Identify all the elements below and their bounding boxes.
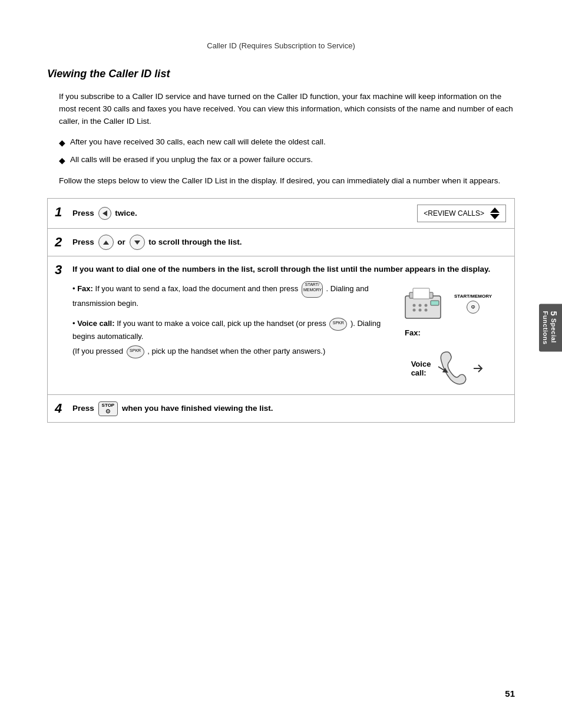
fax-sub-header: Fax: (77, 285, 93, 294)
svg-point-5 (425, 304, 428, 307)
page-header: Caller ID (Requires Subscription to Serv… (47, 41, 515, 50)
fax-sub-bullet: • Fax: If you want to send a fax, load t… (72, 281, 382, 309)
phone-svg (435, 349, 468, 387)
step-3-wrapper: If you want to dial one of the numbers i… (70, 256, 514, 394)
step-1-row: 1 Press twice. <REVIEW CALLS> (48, 199, 514, 229)
down-button-icon (130, 235, 145, 250)
start-memory-key: START/MEMORY (302, 281, 323, 298)
voice-sub-header: Voice call: (77, 319, 114, 328)
review-calls-display: <REVIEW CALLS> (417, 205, 506, 222)
step-1-right: <REVIEW CALLS> (409, 199, 514, 228)
start-memory-btn-icon: Φ (467, 301, 480, 314)
step-4-num: 4 (48, 395, 70, 422)
speaker-key-2: SPKR (127, 345, 144, 358)
step-1-inner: Press twice. (72, 207, 137, 220)
voice-row: Voicecall: (411, 349, 484, 387)
side-tab-number: 5 (549, 311, 559, 316)
step-2-row: 2 Press or to (48, 229, 514, 256)
page-number: 51 (505, 689, 515, 699)
review-calls-text: <REVIEW CALLS> (424, 209, 484, 218)
voice-extra-text: (If you pressed SPKR , pick up the hands… (72, 345, 382, 358)
stop-label: STOP (102, 403, 115, 409)
step-3-row: 3 If you want to dial one of the numbers… (48, 256, 514, 395)
step-2-num: 2 (48, 229, 70, 256)
step-4-row: 4 Press STOP ⊙ when you have finished vi… (48, 395, 514, 422)
step-3-img-col: START/MEMORY Φ Fax: (388, 281, 506, 387)
voice-sub-bullet: • Voice call: If you want to make a voic… (72, 318, 382, 342)
follow-text: Follow the steps below to view the Calle… (59, 175, 515, 187)
svg-point-7 (419, 309, 422, 312)
start-memory-label: START/MEMORY (454, 294, 492, 299)
svg-point-6 (413, 309, 416, 312)
start-memory-col: START/MEMORY Φ (454, 294, 492, 314)
phi-symbol: Φ (471, 304, 475, 310)
bullet-diamond-2: ◆ (59, 155, 65, 167)
step-2-content: Press or to scroll through the list. (70, 229, 514, 256)
voice-illustration: Voicecall: (411, 349, 484, 387)
section-title: Viewing the Caller ID list (47, 68, 515, 80)
fax-machine-svg (402, 284, 449, 322)
bullet-diamond-1: ◆ (59, 137, 65, 149)
step-1-press-label: Press (72, 207, 94, 219)
step-3-bullets: • Fax: If you want to send a fax, load t… (72, 281, 506, 387)
arrow-svg (472, 363, 483, 374)
step-2-scroll: to scroll through the list. (148, 236, 242, 248)
arrow-down-icon (490, 214, 500, 219)
svg-point-4 (419, 304, 422, 307)
up-button-icon (98, 235, 114, 250)
stop-key: STOP ⊙ (98, 401, 118, 417)
step-4-inner: Press STOP ⊙ when you have finished view… (72, 401, 273, 417)
bullet-text-1: After you have received 30 calls, each n… (70, 136, 326, 148)
step-2-or: or (117, 236, 125, 248)
speaker-key: SPKR (329, 318, 347, 331)
stop-icon-sym: ⊙ (105, 408, 110, 415)
header-title: Caller ID (Requires Subscription to Serv… (207, 41, 355, 50)
step-1-twice-label: twice. (115, 207, 137, 219)
menu-button-icon (98, 207, 111, 220)
voice-sub-text3: (If you pressed (72, 347, 123, 356)
svg-rect-0 (405, 296, 441, 318)
down-arrow-icon (134, 241, 140, 245)
svg-rect-2 (413, 288, 429, 299)
step-3-main-text: If you want to dial one of the numbers i… (72, 263, 506, 275)
review-calls-arrows (488, 207, 500, 219)
step-1-num: 1 (48, 199, 70, 228)
step-4-content: Press STOP ⊙ when you have finished view… (70, 395, 514, 422)
voice-sub-text4: , pick up the handset when the other par… (147, 347, 325, 356)
fax-label-row: Fax: (402, 328, 492, 337)
step-3-text-col: • Fax: If you want to send a fax, load t… (72, 281, 388, 387)
up-arrow-icon (103, 241, 109, 245)
arrow-left-icon (103, 210, 107, 216)
bullet-text-2: All calls will be erased if you unplug t… (70, 154, 313, 166)
svg-rect-9 (431, 301, 439, 305)
step-4-suffix: when you have finished viewing the list. (122, 403, 273, 414)
step-4-press: Press (72, 403, 94, 414)
fax-sub-text: If you want to send a fax, load the docu… (95, 285, 299, 294)
fax-row: START/MEMORY Φ (402, 284, 492, 322)
step-2-press: Press (72, 236, 94, 248)
steps-container: 1 Press twice. <REVIEW CALLS> (47, 198, 515, 423)
side-tab: 5 SpecialFunctions (539, 304, 562, 351)
bullet-2: ◆ All calls will be erased if you unplug… (59, 154, 515, 167)
svg-point-8 (425, 309, 428, 312)
fax-illustration: START/MEMORY Φ Fax: (402, 284, 492, 337)
step-1-content: Press twice. (70, 199, 409, 228)
fax-label: Fax: (405, 328, 421, 337)
fax-bullet-dot: • (72, 285, 77, 294)
voice-label: Voicecall: (411, 360, 431, 377)
bullet-1: ◆ After you have received 30 calls, each… (59, 136, 515, 149)
step-2-inner: Press or to scroll through the list. (72, 235, 506, 250)
intro-text: If you subscribe to a Caller ID service … (59, 91, 515, 128)
page: Caller ID (Requires Subscription to Serv… (0, 0, 562, 728)
arrow-up-icon (490, 207, 500, 213)
voice-bullet-dot: • (72, 319, 77, 328)
step-3-num: 3 (48, 256, 70, 284)
voice-sub-text: If you want to make a voice call, pick u… (117, 319, 326, 328)
svg-point-3 (413, 304, 416, 307)
